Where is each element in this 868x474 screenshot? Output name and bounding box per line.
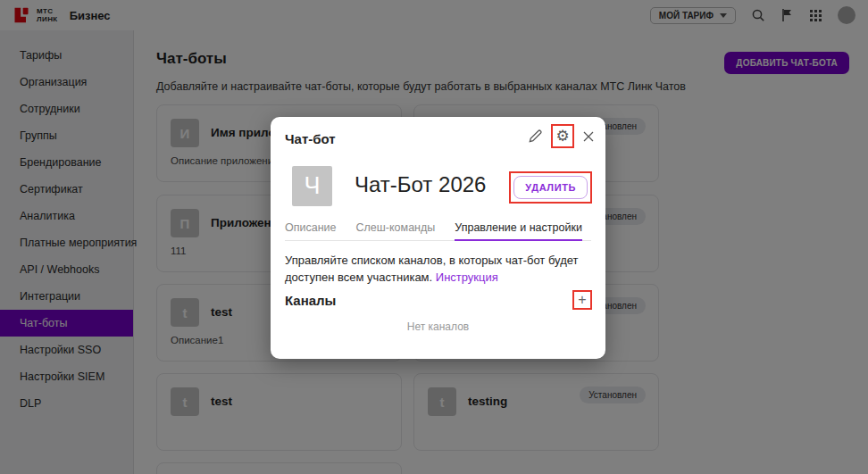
settings-gear-icon[interactable]: ⚙: [555, 129, 569, 144]
close-icon[interactable]: [582, 130, 595, 143]
chatbot-modal: Чат-бот ⚙ Ч Чат-Бот 2026 УДАЛИТЬ Описани…: [271, 117, 605, 359]
app-window: МТС ЛИНК Бизнес МОЙ ТАРИФ: [0, 0, 868, 474]
edit-pencil-icon[interactable]: [528, 129, 543, 144]
modal-tabs: ОписаниеСлеш-командыУправление и настрой…: [285, 221, 591, 241]
channels-title: Каналы: [285, 293, 336, 308]
modal-tab[interactable]: Слеш-команды: [356, 221, 436, 234]
gear-annotation-box: ⚙: [551, 124, 574, 148]
instruction-link[interactable]: Инструкция: [436, 270, 498, 284]
delete-annotation-box: УДАЛИТЬ: [509, 171, 592, 204]
modal-title: Чат-бот: [285, 131, 336, 146]
modal-tab[interactable]: Описание: [285, 221, 337, 234]
delete-button[interactable]: УДАЛИТЬ: [513, 176, 588, 199]
empty-channels-text: Нет каналов: [271, 320, 605, 333]
bot-name: Чат-Бот 2026: [355, 172, 486, 197]
add-channel-plus-icon[interactable]: +: [578, 293, 586, 307]
modal-tab[interactable]: Управление и настройки: [455, 221, 582, 234]
plus-annotation-box: +: [572, 290, 592, 310]
bot-avatar: Ч: [292, 166, 332, 206]
channels-description: Управляйте списком каналов, в которых ча…: [285, 252, 595, 286]
channels-description-text: Управляйте списком каналов, в которых ча…: [285, 254, 578, 284]
